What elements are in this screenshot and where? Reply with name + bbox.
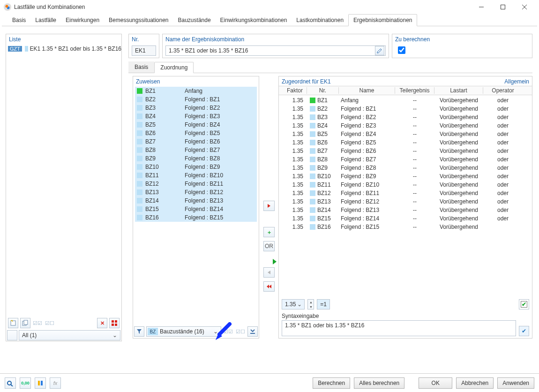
zg-row[interactable]: 1.35BZ3Folgend : BZ2--Vorübergehendoder	[279, 113, 532, 121]
new-icon[interactable]	[8, 318, 18, 328]
hdr-nr[interactable]: Nr.	[307, 87, 339, 94]
close-button[interactable]	[514, 0, 535, 14]
zg-lastart: Vorübergehend	[434, 224, 483, 230]
zg-row[interactable]: 1.35BZ15Folgend : BZ14--Vorübergehendode…	[279, 214, 532, 223]
zg-row[interactable]: 1.35BZ8Folgend : BZ7--Vorübergehendoder	[279, 155, 532, 164]
zuweisen-row[interactable]: BZ5Folgend : BZ4	[135, 121, 257, 129]
apply-syntax-button[interactable]: ✔	[519, 326, 529, 336]
filter-swatch-icon[interactable]	[7, 330, 17, 340]
row-swatch-icon	[137, 215, 142, 220]
zg-row[interactable]: 1.35BZ14Folgend : BZ13--Vorübergehendode…	[279, 206, 532, 214]
zuweisen-row[interactable]: BZ4Folgend : BZ3	[135, 112, 257, 121]
zg-table-body[interactable]: 1.35BZ1Anfang--Vorübergehendoder1.35BZ2F…	[279, 96, 532, 300]
zg-row[interactable]: 1.35BZ10Folgend : BZ9--Vorübergehendoder	[279, 172, 532, 181]
move-left-icon[interactable]	[263, 267, 275, 278]
zuweisen-nr: BZ11	[145, 172, 185, 179]
spin-up-icon[interactable]: ▲	[308, 300, 314, 304]
hdr-operator[interactable]: Operator	[483, 87, 523, 94]
hdr-name[interactable]: Name	[339, 87, 395, 94]
berechnen-button[interactable]: Berechnen	[313, 377, 350, 389]
zuweisen-category-select[interactable]: BZ Bauzustände (16)	[146, 326, 221, 337]
zuweisen-select-all-icon[interactable]: ☑☑	[223, 326, 233, 337]
zuweisen-row[interactable]: BZ1Anfang	[135, 87, 257, 95]
minimize-button[interactable]	[471, 0, 492, 14]
check-all-icon[interactable]: ☑☑	[32, 318, 43, 328]
zuweisen-row[interactable]: BZ3Folgend : BZ2	[135, 104, 257, 112]
units-icon[interactable]: 0,00	[20, 377, 31, 389]
help-icon[interactable]	[5, 377, 16, 389]
main-tab-einwirkungskombinationen[interactable]: Einwirkungskombinationen	[216, 15, 292, 26]
copy-icon[interactable]	[20, 318, 30, 328]
filter-icon[interactable]	[134, 326, 144, 337]
main-tab-lastkombinationen[interactable]: Lastkombinationen	[292, 15, 348, 26]
zuweisen-row[interactable]: BZ12Folgend : BZ11	[135, 180, 257, 188]
main-tab-basis[interactable]: Basis	[7, 15, 30, 26]
svg-rect-7	[115, 324, 117, 326]
zg-row[interactable]: 1.35BZ13Folgend : BZ12--Vorübergehendode…	[279, 197, 532, 206]
name-field[interactable]: 1.35 * BZ1 oder bis 1.35 * BZ16	[165, 45, 386, 56]
zuweisen-row[interactable]: BZ11Folgend : BZ10	[135, 171, 257, 180]
abbrechen-button[interactable]: Abbrechen	[456, 377, 494, 389]
row-swatch-icon	[310, 123, 315, 128]
hdr-teil[interactable]: Teilergebnis	[395, 87, 434, 94]
zuweisen-row[interactable]: BZ8Folgend : BZ7	[135, 146, 257, 154]
alles-berechnen-button[interactable]: Alles berechnen	[354, 377, 404, 389]
fx-icon[interactable]: fx	[50, 377, 61, 389]
zg-row[interactable]: 1.35BZ5Folgend : BZ4--Vorübergehendoder	[279, 130, 532, 138]
factor-select[interactable]: 1.35	[282, 299, 305, 309]
syntax-input[interactable]: 1.35 * BZ1 oder bis 1.35 * BZ16	[282, 320, 516, 336]
zuweisen-row[interactable]: BZ7Folgend : BZ6	[135, 137, 257, 146]
apply-count-field[interactable]: =1	[317, 299, 330, 309]
hdr-faktor[interactable]: Faktor	[279, 87, 307, 94]
apply-factor-button[interactable]: ✔	[519, 299, 529, 309]
zuweisen-row[interactable]: BZ13Folgend : BZ12	[135, 188, 257, 196]
add-or-icon[interactable]: ＋	[263, 227, 275, 237]
settings-icon[interactable]	[35, 377, 46, 389]
main-tab-bemessungssituationen[interactable]: Bemessungssituationen	[104, 15, 173, 26]
zg-row[interactable]: 1.35BZ7Folgend : BZ6--Vorübergehendoder	[279, 147, 532, 155]
zuweisen-row[interactable]: BZ16Folgend : BZ15	[135, 213, 257, 222]
main-tab-bauzustände[interactable]: Bauzustände	[173, 15, 216, 26]
maximize-button[interactable]	[492, 0, 514, 14]
liste-row[interactable]: GZT EK1 1.35 * BZ1 oder bis 1.35 * BZ16	[6, 45, 121, 53]
main-tab-einwirkungen[interactable]: Einwirkungen	[61, 15, 104, 26]
or-button[interactable]: OR	[263, 241, 275, 251]
zg-nr: BZ12	[307, 190, 339, 196]
hdr-lastart[interactable]: Lastart	[434, 87, 483, 94]
zg-row[interactable]: 1.35BZ1Anfang--Vorübergehendoder	[279, 96, 532, 105]
zg-row[interactable]: 1.35BZ16Folgend : BZ15--Vorübergehend	[279, 223, 532, 231]
factor-spin[interactable]: ▲▼	[307, 299, 314, 309]
zg-row[interactable]: 1.35BZ12Folgend : BZ11--Vorübergehendode…	[279, 189, 532, 197]
delete-icon[interactable]: ✕	[97, 318, 107, 328]
zuweisen-row[interactable]: BZ15Folgend : BZ14	[135, 205, 257, 213]
main-tab-lastfälle[interactable]: Lastfälle	[30, 15, 61, 26]
zg-lastart: Vorübergehend	[434, 148, 483, 154]
anwenden-button[interactable]: Anwenden	[497, 377, 534, 389]
zuweisen-select-toggle-icon[interactable]: ☑☐	[235, 326, 246, 337]
zg-row[interactable]: 1.35BZ2Folgend : BZ1--Vorübergehendoder	[279, 105, 532, 113]
main-tab-ergebniskombinationen[interactable]: Ergebniskombinationen	[348, 14, 417, 26]
liste-filter-select[interactable]: All (1)	[19, 330, 120, 340]
zuweisen-row[interactable]: BZ6Folgend : BZ5	[135, 129, 257, 137]
nr-field[interactable]: EK1	[132, 45, 156, 56]
zuweisen-row[interactable]: BZ14Folgend : BZ13	[135, 196, 257, 205]
move-right-icon[interactable]	[263, 201, 275, 211]
edit-name-icon[interactable]	[375, 46, 384, 55]
calc-checkbox[interactable]	[398, 46, 405, 54]
zg-row[interactable]: 1.35BZ4Folgend : BZ3--Vorübergehendoder	[279, 121, 532, 130]
zg-row[interactable]: 1.35BZ9Folgend : BZ8--Vorübergehendoder	[279, 164, 532, 172]
sub-tab-basis[interactable]: Basis	[128, 61, 154, 73]
zuweisen-row[interactable]: BZ10Folgend : BZ9	[135, 163, 257, 171]
delete-all-icon[interactable]	[109, 318, 120, 328]
zuweisen-list[interactable]: BZ1AnfangBZ2Folgend : BZ1BZ3Folgend : BZ…	[135, 87, 257, 325]
zg-row[interactable]: 1.35BZ11Folgend : BZ10--Vorübergehendode…	[279, 181, 532, 189]
zuweisen-row[interactable]: BZ2Folgend : BZ1	[135, 95, 257, 104]
zuweisen-row[interactable]: BZ9Folgend : BZ8	[135, 154, 257, 163]
move-all-left-icon[interactable]	[263, 281, 275, 292]
ok-button[interactable]: OK	[419, 377, 452, 389]
zg-row[interactable]: 1.35BZ6Folgend : BZ5--Vorübergehendoder	[279, 138, 532, 147]
zuweisen-go-bottom-icon[interactable]	[247, 326, 258, 337]
spin-down-icon[interactable]: ▼	[308, 304, 314, 309]
check-toggle-icon[interactable]: ☑☐	[45, 318, 55, 328]
sub-tab-zuordnung[interactable]: Zuordnung	[154, 62, 194, 73]
